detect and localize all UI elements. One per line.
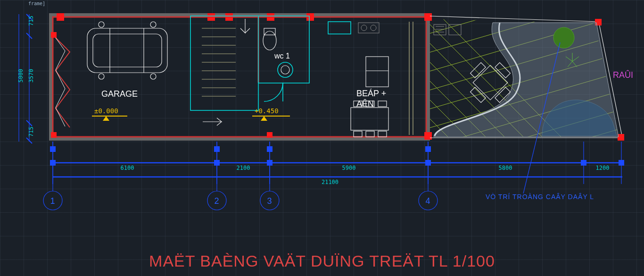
garage-label: GARAGE xyxy=(101,89,138,99)
svg-text:1200: 1200 xyxy=(596,165,610,171)
plant-note: VÒ TRÍ TROÀNG CAÂY DAÂY L xyxy=(486,193,594,201)
svg-point-24 xyxy=(99,74,104,79)
grid-bubble-1: 1 xyxy=(43,142,62,210)
svg-point-43 xyxy=(278,62,293,77)
svg-marker-48 xyxy=(261,116,267,121)
dim-v-bot: 715 xyxy=(28,126,34,137)
dim-v-total: 5000 xyxy=(17,69,24,83)
svg-rect-19 xyxy=(93,34,162,67)
grid-bubble-3: 3 xyxy=(260,142,279,210)
svg-rect-11 xyxy=(207,13,215,21)
kitchen-label1: BEÁP + xyxy=(356,89,386,98)
svg-point-22 xyxy=(99,22,104,27)
dim-v-mid: 3570 xyxy=(28,69,34,83)
stair-wc: wc 1 +0.450 xyxy=(190,16,309,125)
drawing-title: MAËT BAÈNG VAÄT DUÏNG TREÄT TL 1/100 xyxy=(0,252,644,270)
grid-bubble-2: 2 xyxy=(207,142,226,210)
svg-rect-65 xyxy=(618,134,624,141)
svg-rect-89 xyxy=(434,25,446,35)
svg-rect-113 xyxy=(619,160,624,166)
wc-label: wc 1 xyxy=(274,52,290,60)
svg-rect-59 xyxy=(354,131,362,137)
kitchen-label2: AÊN xyxy=(356,99,374,109)
svg-rect-42 xyxy=(264,28,275,35)
svg-text:2100: 2100 xyxy=(237,165,250,171)
svg-rect-8 xyxy=(57,13,64,21)
svg-rect-17 xyxy=(267,132,272,138)
svg-text:6100: 6100 xyxy=(121,165,134,171)
svg-text:5800: 5800 xyxy=(499,165,512,171)
level-garage: ±0.000 xyxy=(92,107,127,121)
svg-point-41 xyxy=(263,31,276,50)
garage-zone: GARAGE ±0.000 xyxy=(56,22,167,127)
svg-text:3: 3 xyxy=(267,196,272,206)
svg-text:+0.450: +0.450 xyxy=(255,107,279,115)
svg-point-25 xyxy=(150,74,156,79)
svg-rect-55 xyxy=(351,108,388,130)
svg-rect-60 xyxy=(366,131,374,137)
svg-text:4: 4 xyxy=(425,196,430,206)
floorplan-canvas[interactable]: 715 3570 715 5000 xyxy=(0,0,644,276)
svg-point-23 xyxy=(150,22,156,27)
svg-rect-50 xyxy=(358,23,379,33)
svg-rect-61 xyxy=(378,131,387,137)
svg-rect-16 xyxy=(424,132,432,140)
svg-text:21100: 21100 xyxy=(322,179,339,185)
svg-rect-7 xyxy=(53,17,426,137)
svg-rect-10 xyxy=(51,132,57,138)
svg-point-83 xyxy=(553,27,574,48)
svg-rect-53 xyxy=(366,57,388,87)
svg-point-52 xyxy=(371,25,376,31)
svg-rect-18 xyxy=(87,28,167,73)
svg-point-51 xyxy=(361,25,367,31)
svg-rect-12 xyxy=(225,13,233,21)
kitchen-dining: BEÁP + AÊN xyxy=(328,22,413,137)
svg-rect-97 xyxy=(471,63,486,78)
svg-rect-49 xyxy=(328,22,351,34)
svg-rect-13 xyxy=(267,13,274,21)
garden: RAÛI VÒ TRÍ TROÀNG CAÂY DAÂY L xyxy=(415,0,641,276)
dim-v-top: 715 xyxy=(28,16,34,26)
svg-rect-58 xyxy=(378,101,387,107)
grid-bubbles: 1 2 3 4 xyxy=(43,142,438,210)
svg-rect-9 xyxy=(51,32,57,38)
svg-text:5900: 5900 xyxy=(342,165,356,171)
level-hall: +0.450 xyxy=(252,107,290,121)
svg-text:±0.000: ±0.000 xyxy=(94,107,118,115)
svg-point-44 xyxy=(281,66,289,74)
svg-rect-112 xyxy=(581,160,586,166)
svg-rect-14 xyxy=(306,13,314,21)
svg-text:2: 2 xyxy=(214,196,219,206)
dim-horizontal: 6100 2100 5900 5800 1200 21100 xyxy=(50,142,624,185)
svg-text:1: 1 xyxy=(50,196,55,206)
svg-marker-28 xyxy=(103,116,109,121)
svg-rect-40 xyxy=(258,16,309,83)
grid-bubble-4: 4 xyxy=(419,142,438,210)
dim-vertical: 715 3570 715 5000 xyxy=(17,14,34,143)
svg-rect-15 xyxy=(424,13,432,21)
right-side-label: RAÛI xyxy=(613,70,633,80)
